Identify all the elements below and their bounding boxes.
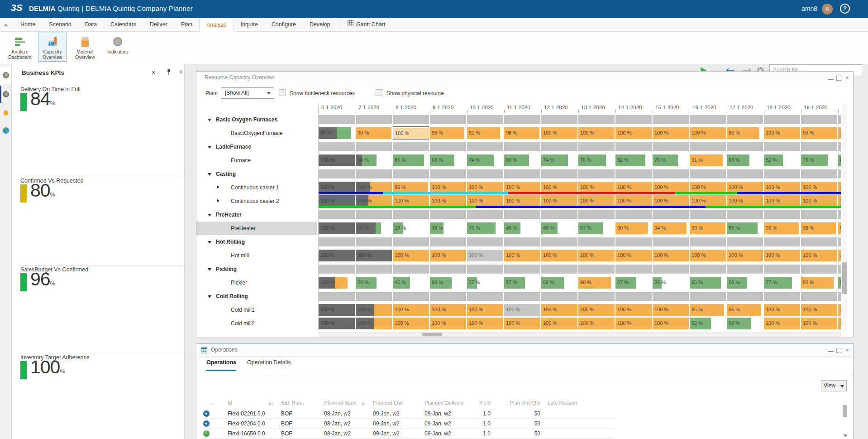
capacity-cell[interactable]: 100 % (541, 317, 577, 330)
capacity-cell[interactable]: 100 % (653, 303, 689, 317)
menu-item-plan[interactable]: Plan (174, 18, 199, 31)
capacity-cell[interactable]: 100 % (615, 317, 652, 330)
capacity-cell[interactable]: 100 % (615, 249, 652, 262)
capacity-cell[interactable]: 100 % (801, 249, 837, 262)
capacity-cell[interactable]: 99 % (356, 126, 392, 140)
analyze-dashboard-button[interactable]: Analyze Dashboard (5, 33, 34, 62)
view-button[interactable]: View (821, 380, 838, 391)
chevron-right-icon[interactable] (217, 185, 219, 189)
tree-group-hot-rolling[interactable]: Hot Rolling (196, 235, 317, 249)
capacity-cell[interactable]: 100 % (578, 249, 615, 262)
capacity-cell[interactable]: 90 % (727, 126, 763, 140)
capacity-cell[interactable]: 67 % (578, 222, 615, 235)
capacity-cell[interactable]: 100 % (319, 317, 355, 330)
capacity-cell[interactable]: 59 % (690, 317, 726, 330)
menu-item-calendars[interactable]: Calendars (104, 18, 143, 31)
capacity-cell[interactable]: 100 % (467, 317, 503, 330)
capacity-cell[interactable]: 25 % (653, 276, 689, 289)
capacity-cell[interactable]: 100 % (430, 317, 466, 330)
capacity-cell[interactable]: 100 % (578, 126, 615, 140)
capacity-cell[interactable]: 52 % (764, 154, 800, 167)
capacity-cell[interactable]: 86 % (393, 154, 429, 167)
capacity-cell[interactable]: 74 % (467, 154, 503, 167)
capacity-cell[interactable]: 62 % (541, 276, 577, 289)
capacity-cell[interactable]: 100 % (653, 317, 689, 330)
capacity-cell[interactable]: 57 % (615, 276, 652, 289)
menu-item-inquire[interactable]: Inquire (234, 18, 265, 31)
capacity-cell[interactable]: 99 % (838, 222, 841, 235)
capacity-cell[interactable]: 68 % (430, 154, 466, 167)
material-overview-button[interactable]: Material Overview (71, 33, 100, 62)
tree-group-basic-oxygen-furnaces[interactable]: Basic Oxygen Furnaces (196, 113, 317, 126)
collapse-panel-chevron-icon[interactable]: ‹ (180, 68, 182, 76)
capacity-cell[interactable]: 58 % (356, 276, 392, 289)
capacity-cell[interactable]: 100 % (430, 303, 466, 317)
capacity-cell[interactable]: 100 % (504, 317, 540, 330)
capacity-overview-button[interactable]: Capacity Overview (38, 33, 67, 62)
capacity-cell[interactable]: 100 % (801, 303, 837, 317)
column-header-icon[interactable]: ... (210, 400, 215, 405)
capacity-cell[interactable]: 100 % (541, 303, 577, 317)
capacity-cell[interactable]: 100 % (690, 126, 726, 140)
capacity-cell[interactable]: 100 % (319, 222, 355, 235)
capacity-cell[interactable]: 100 % (393, 249, 429, 262)
capacity-cell[interactable]: 99 % (801, 126, 837, 140)
capacity-cell[interactable]: 95 % (727, 303, 763, 317)
maximize-icon[interactable] (836, 76, 842, 80)
tree-resource-hot-mill[interactable]: Hot mill (196, 249, 317, 262)
capacity-cell[interactable]: 100 % (838, 303, 841, 317)
tree-resource-continuous-caster-2[interactable]: Continuous caster 2 (196, 194, 317, 208)
capacity-cell[interactable]: 63 % (727, 154, 763, 167)
tree-resource-preheater[interactable]: PreHeater (196, 222, 317, 235)
capacity-cell[interactable]: 100 % (653, 249, 689, 262)
capacity-cell[interactable]: 100 % (615, 126, 652, 140)
capacity-cell[interactable]: 100 % (393, 303, 429, 317)
capacity-cell[interactable]: 79 % (467, 222, 503, 235)
capacity-cell[interactable]: 91 % (467, 126, 503, 140)
tree-group-casting[interactable]: Casting (196, 167, 317, 181)
capacity-cell[interactable]: 100 % (838, 249, 841, 262)
minimize-icon[interactable] (828, 348, 834, 352)
capacity-cell[interactable]: 100 % (764, 303, 800, 317)
capacity-cell[interactable]: 94 % (653, 222, 689, 235)
capacity-cell[interactable]: 98 % (504, 126, 540, 140)
capacity-cell[interactable]: 100 % (467, 249, 503, 262)
capacity-cell[interactable]: 100 % (764, 249, 800, 262)
show-physical-checkbox[interactable] (376, 89, 382, 96)
capacity-cell[interactable]: 96 % (764, 222, 800, 235)
capacity-cell[interactable]: 100 % (615, 303, 652, 317)
vertical-scrollbar-thumb[interactable] (842, 262, 847, 294)
capacity-cell[interactable]: 90 % (615, 222, 652, 235)
capacity-cell[interactable]: 100 % (467, 303, 503, 317)
capacity-cell[interactable]: 100 % (319, 249, 355, 262)
view-dropdown-icon[interactable] (838, 380, 847, 391)
capacity-cell[interactable]: 95 % (690, 303, 726, 317)
tree-resource-furnace[interactable]: Furnace (196, 154, 317, 167)
help-icon[interactable]: ? (840, 4, 850, 14)
capacity-cell[interactable]: 100 % (838, 126, 841, 140)
capacity-cell[interactable]: 98 % (801, 222, 837, 235)
horizontal-scrollbar[interactable] (319, 332, 841, 337)
kpi-gauge-selected-icon[interactable] (0, 86, 11, 103)
capacity-cell[interactable]: 100 % (801, 317, 837, 330)
capacity-cell[interactable]: 76 % (578, 154, 615, 167)
capacity-cell[interactable]: 100 % (356, 249, 392, 262)
capacity-cell[interactable]: 100 % (541, 249, 577, 262)
pin-icon[interactable] (166, 69, 172, 77)
operations-panel-titlebar[interactable]: Operations × (196, 344, 853, 357)
capacity-cell[interactable]: 74 % (541, 154, 577, 167)
capacity-cell[interactable]: 57 % (504, 276, 540, 289)
vertical-scrollbar[interactable] (842, 104, 847, 330)
close-icon[interactable]: × (152, 68, 156, 77)
maximize-icon[interactable] (836, 348, 842, 352)
capacity-cell[interactable]: 100 % (504, 303, 540, 317)
menu-item-analyze[interactable]: Analyze (199, 18, 234, 32)
tree-resource-continuous-caster-1[interactable]: Continuous caster 1 (196, 181, 317, 194)
tab-operation-details[interactable]: Operation Details (247, 359, 291, 371)
capacity-cell[interactable]: 45 % (504, 222, 540, 235)
column-header-qty[interactable]: Plan Unit Qty (495, 400, 540, 405)
menu-item-develop[interactable]: Develop (303, 18, 337, 31)
menu-item-scenario[interactable]: Scenario (42, 18, 78, 31)
capacity-cell[interactable]: 58 % (356, 154, 392, 167)
capacity-cell[interactable]: 69 % (504, 154, 540, 167)
